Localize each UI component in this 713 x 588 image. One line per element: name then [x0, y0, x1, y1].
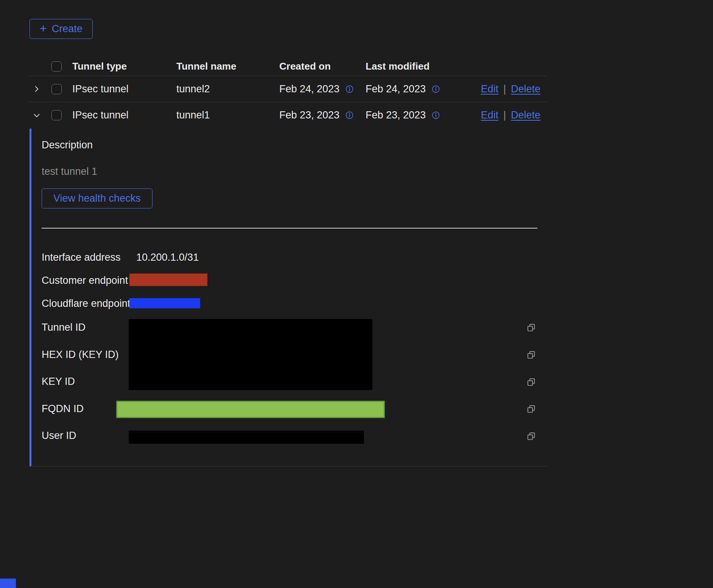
customer-endpoint-redacted-value: [129, 274, 207, 286]
user-id-label: User ID: [42, 430, 76, 442]
header-checkbox-cell: [51, 61, 72, 72]
header-created-on: Created on: [279, 61, 366, 72]
plus-icon: +: [40, 22, 47, 34]
copy-icon: [526, 404, 536, 414]
info-icon[interactable]: [431, 85, 440, 93]
row-actions: Edit | Delete: [486, 109, 546, 121]
cloudflare-endpoint-redacted-value: [129, 298, 200, 308]
row-checkbox-cell: [51, 110, 72, 120]
user-id-redacted-value: [129, 431, 364, 444]
table-header-row: Tunnel type Tunnel name Created on Last …: [30, 57, 546, 76]
delete-link[interactable]: Delete: [511, 109, 540, 121]
header-last-modified: Last modified: [366, 61, 486, 72]
tunnel-name-cell: tunnel1: [176, 109, 279, 121]
row-checkbox-cell: [51, 84, 72, 94]
tunnel-type-cell: IPsec tunnel: [72, 83, 176, 95]
tunnel-name-cell: tunnel2: [176, 83, 279, 95]
row-checkbox[interactable]: [51, 84, 62, 94]
expand-toggle[interactable]: [30, 85, 51, 93]
key-id-label: KEY ID: [42, 376, 75, 387]
last-modified-cell: Feb 24, 2023: [366, 83, 486, 95]
interface-address-value: 10.200.1.0/31: [136, 252, 199, 263]
edit-link[interactable]: Edit: [481, 83, 498, 95]
copy-user-id-button[interactable]: [526, 431, 536, 442]
tunnels-table: Tunnel type Tunnel name Created on Last …: [30, 57, 546, 128]
ids-redacted-block: [129, 319, 372, 390]
last-modified-value: Feb 24, 2023: [366, 83, 426, 95]
tunnel-id-label: Tunnel ID: [42, 322, 86, 333]
chevron-down-icon[interactable]: [33, 111, 41, 120]
created-on-cell: Feb 24, 2023: [279, 83, 366, 95]
last-modified-cell: Feb 23, 2023: [366, 109, 486, 121]
description-value: test tunnel 1: [42, 166, 97, 177]
section-divider: [42, 228, 537, 229]
view-health-checks-button[interactable]: View health checks: [42, 188, 153, 208]
customer-endpoint-label: Customer endpoint: [42, 275, 128, 286]
copy-icon: [526, 431, 536, 442]
copy-tunnel-id-button[interactable]: [526, 323, 536, 333]
copy-icon: [526, 323, 536, 333]
edit-link[interactable]: Edit: [481, 109, 498, 121]
select-all-checkbox[interactable]: [51, 61, 62, 72]
copy-hex-id-button[interactable]: [526, 350, 536, 360]
created-on-cell: Feb 23, 2023: [279, 109, 366, 121]
header-tunnel-name: Tunnel name: [176, 61, 279, 72]
copy-icon: [526, 350, 536, 360]
collapse-toggle[interactable]: [30, 111, 51, 120]
description-label: Description: [42, 139, 93, 151]
action-separator: |: [503, 109, 506, 121]
copy-key-id-button[interactable]: [526, 377, 536, 387]
tunnel-type-cell: IPsec tunnel: [72, 109, 176, 121]
table-row-tunnel2: IPsec tunnel tunnel2 Feb 24, 2023 Feb 24…: [30, 76, 546, 102]
info-icon[interactable]: [345, 85, 354, 93]
last-modified-value: Feb 23, 2023: [366, 109, 426, 121]
header-tunnel-type: Tunnel type: [72, 61, 176, 72]
created-on-value: Feb 23, 2023: [279, 109, 339, 121]
cloudflare-endpoint-label: Cloudflare endpoint: [42, 298, 130, 310]
tunnel-details-panel: Description test tunnel 1 View health ch…: [30, 129, 546, 467]
row-checkbox[interactable]: [51, 110, 62, 120]
chevron-right-icon[interactable]: [33, 85, 41, 93]
info-icon[interactable]: [431, 111, 440, 120]
action-separator: |: [503, 83, 506, 95]
copy-fqdn-id-button[interactable]: [526, 404, 536, 414]
info-icon[interactable]: [345, 111, 354, 120]
copy-icon: [526, 377, 536, 387]
fqdn-id-redacted-value: [116, 401, 385, 418]
fqdn-id-label: FQDN ID: [42, 403, 84, 415]
delete-link[interactable]: Delete: [511, 83, 540, 95]
created-on-value: Feb 24, 2023: [279, 83, 339, 95]
table-row-tunnel1: IPsec tunnel tunnel1 Feb 23, 2023 Feb 23…: [30, 102, 546, 128]
create-button[interactable]: + Create: [30, 19, 93, 39]
row-actions: Edit | Delete: [486, 83, 546, 95]
interface-address-label: Interface address: [42, 252, 121, 263]
create-button-label: Create: [52, 23, 83, 35]
hex-id-label: HEX ID (KEY ID): [42, 349, 119, 361]
bottom-left-accent: [0, 579, 16, 588]
